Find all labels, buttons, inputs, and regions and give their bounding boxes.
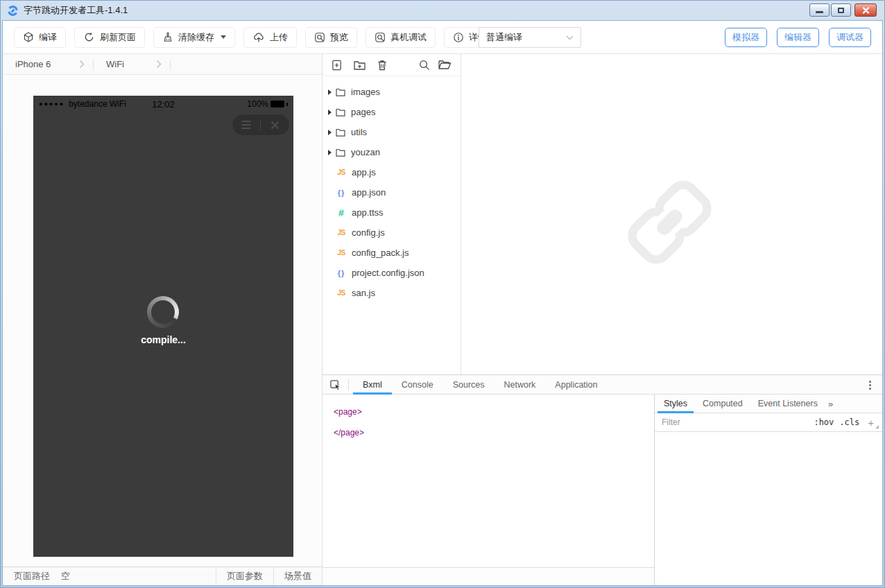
simulator-panel: iPhone 6 WiFi ●●●●● bytedance WiFi 12:02… — [3, 54, 323, 585]
delete-icon[interactable] — [377, 59, 388, 71]
new-folder-icon[interactable] — [353, 59, 366, 71]
devtools-panel: Bxml Console Sources Network Application… — [323, 374, 882, 585]
upload-label: 上传 — [270, 31, 288, 44]
file-name: app.js — [352, 167, 376, 178]
folder-name: pages — [351, 107, 375, 117]
devtools-tabbar: Bxml Console Sources Network Application — [323, 375, 882, 395]
tab-sources[interactable]: Sources — [443, 375, 495, 394]
new-style-rule-button[interactable]: + — [865, 417, 877, 429]
devtools-footer-bar — [323, 567, 654, 585]
folder-icon — [336, 128, 345, 137]
tree-file[interactable]: JS app.js — [323, 162, 461, 182]
tree-file[interactable]: JS san.js — [323, 283, 461, 303]
loading-spinner — [147, 296, 179, 328]
tree-file[interactable]: # app.ttss — [323, 202, 461, 223]
main-toolbar: 编译 刷新页面 清除缓存 — [3, 21, 882, 54]
refresh-label: 刷新页面 — [100, 31, 136, 44]
ttss-file-icon: # — [335, 207, 347, 218]
clear-cache-button[interactable]: 清除缓存 — [153, 27, 235, 48]
menu-icon[interactable] — [241, 121, 251, 129]
minimize-icon — [816, 11, 823, 13]
search-icon[interactable] — [418, 59, 430, 71]
window-title: 字节跳动开发者工具-1.4.1 — [24, 4, 128, 17]
file-tree-panel: images pages utils youzan — [323, 54, 461, 374]
scene-value-tab[interactable]: 场景值 — [273, 567, 322, 585]
json-file-icon: {} — [335, 269, 347, 277]
page-params-tab[interactable]: 页面参数 — [216, 567, 273, 585]
tab-computed[interactable]: Computed — [695, 395, 750, 413]
tab-application[interactable]: Application — [545, 375, 607, 394]
close-button[interactable] — [854, 3, 877, 17]
battery-icon — [270, 101, 284, 107]
tab-event-listeners[interactable]: Event Listeners — [750, 395, 825, 413]
app-window: 字节跳动开发者工具-1.4.1 编译 刷新页面 — [0, 0, 885, 588]
watermark-logo-icon — [619, 172, 720, 273]
compile-mode-select[interactable]: 普通编译 — [479, 27, 581, 48]
tab-styles[interactable]: Styles — [656, 395, 695, 413]
editor-preview-area — [461, 54, 882, 374]
tree-file[interactable]: JS config.js — [323, 223, 461, 243]
refresh-page-button[interactable]: 刷新页面 — [74, 27, 145, 48]
network-select[interactable]: WiFi — [94, 59, 170, 69]
device-bar: iPhone 6 WiFi — [3, 54, 322, 75]
upload-cloud-icon — [252, 31, 265, 43]
tree-folder-youzan[interactable]: youzan — [323, 142, 461, 162]
remote-debug-qr-icon — [375, 32, 386, 43]
code-line-page-open[interactable]: <page> — [334, 401, 654, 422]
tree-folder-pages[interactable]: pages — [323, 102, 461, 122]
expand-arrow-icon — [328, 89, 332, 95]
upload-button[interactable]: 上传 — [243, 27, 297, 48]
hover-state-toggle[interactable]: :hov — [814, 417, 834, 427]
file-tree-toolbar — [323, 54, 461, 76]
folder-name: utils — [351, 127, 367, 137]
tree-file[interactable]: {} app.json — [323, 182, 461, 202]
app-content: 编译 刷新页面 清除缓存 — [3, 21, 882, 585]
more-tabs-icon[interactable]: » — [828, 399, 833, 409]
folder-icon — [336, 88, 345, 96]
tab-console[interactable]: Console — [392, 375, 443, 394]
js-file-icon: JS — [335, 249, 347, 257]
close-miniapp-icon[interactable] — [270, 120, 280, 130]
styles-filter-row: :hov .cls + — [655, 413, 882, 432]
preview-button[interactable]: 预览 — [305, 27, 357, 48]
editor-toggle-button[interactable]: 编辑器 — [777, 28, 819, 47]
expand-arrow-icon — [328, 150, 332, 155]
clear-cache-dropdown-icon — [221, 35, 226, 39]
tree-file[interactable]: JS config_pack.js — [323, 243, 461, 263]
maximize-button[interactable] — [831, 3, 851, 17]
clock-label: 12:02 — [33, 99, 293, 110]
js-file-icon: JS — [335, 168, 347, 176]
file-name: project.config.json — [352, 268, 424, 278]
open-folder-icon[interactable] — [438, 59, 452, 71]
network-name: WiFi — [106, 59, 124, 69]
compile-button[interactable]: 编译 — [14, 27, 66, 48]
simulator-toggle-button[interactable]: 模拟器 — [725, 28, 767, 47]
styles-filter-input[interactable] — [660, 417, 808, 428]
class-toggle[interactable]: .cls — [839, 417, 859, 427]
phone-status-bar: ●●●●● bytedance WiFi 12:02 100% — [33, 96, 293, 112]
more-options-icon[interactable] — [866, 381, 874, 390]
json-file-icon: {} — [335, 189, 347, 197]
tab-network[interactable]: Network — [495, 375, 546, 394]
minimize-button[interactable] — [809, 3, 830, 17]
inspect-element-icon[interactable] — [329, 379, 341, 390]
compile-mode-value: 普通编译 — [486, 31, 522, 44]
file-tree-list: images pages utils youzan — [323, 76, 461, 303]
bxml-code-pane[interactable]: <page> </page> — [323, 395, 654, 585]
tree-folder-images[interactable]: images — [323, 82, 461, 102]
folder-name: images — [351, 87, 380, 97]
js-file-icon: JS — [335, 229, 347, 236]
tab-bxml[interactable]: Bxml — [353, 375, 392, 394]
tree-file[interactable]: {} project.config.json — [323, 263, 461, 283]
styles-tabbar: Styles Computed Event Listeners » — [655, 395, 882, 413]
divider — [170, 59, 171, 70]
code-line-page-close[interactable]: </page> — [334, 422, 654, 443]
panel-toggles: 模拟器 编辑器 调试器 — [725, 28, 871, 47]
debugger-toggle-button[interactable]: 调试器 — [829, 28, 871, 47]
compile-cube-icon — [23, 31, 34, 43]
page-path-label: 页面路径 — [14, 570, 50, 582]
device-select[interactable]: iPhone 6 — [3, 59, 93, 69]
tree-folder-utils[interactable]: utils — [323, 122, 461, 142]
remote-debug-button[interactable]: 真机调试 — [366, 27, 436, 48]
new-file-icon[interactable] — [331, 59, 343, 71]
